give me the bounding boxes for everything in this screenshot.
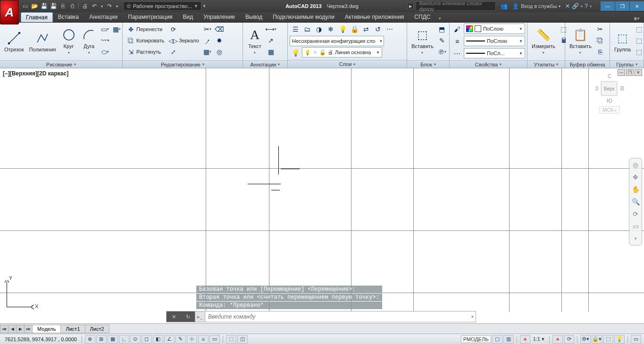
qat-saveas-icon[interactable]: 💾 — [49, 2, 58, 10]
explode-icon[interactable]: ✸ — [214, 35, 225, 46]
leader-icon[interactable]: ↗ — [265, 35, 276, 46]
coords-readout[interactable]: 7621.5289, 9974.3917 , 0.0000 — [3, 336, 79, 342]
panel-props-title[interactable]: Свойства▾ — [450, 60, 527, 68]
status-annoscale-icon[interactable]: 🔺 — [520, 335, 530, 344]
viewcube-south[interactable]: Ю — [607, 98, 612, 104]
exchange-icon[interactable]: ✕ — [565, 3, 570, 9]
qat-more-icon[interactable]: ▼ — [202, 4, 207, 8]
tab-nav-first-icon[interactable]: ⏮ — [0, 325, 8, 333]
status-isolate-icon[interactable]: 💡 — [614, 335, 625, 344]
copy-button[interactable]: ⿻Копировать — [125, 35, 167, 46]
panel-modify-title[interactable]: Редактирование▾ — [123, 60, 243, 68]
layer-bulb-icon[interactable]: 💡 — [290, 47, 301, 58]
nav-show-icon[interactable]: ▭ — [631, 221, 640, 231]
tab-nav-last-icon[interactable]: ⏭ — [24, 325, 33, 333]
status-space[interactable]: РМОДЕЛЬ — [461, 336, 491, 343]
tab-plugins[interactable]: Подключаемые модули — [268, 12, 340, 22]
infocenter-play-icon[interactable]: ▶ — [407, 3, 414, 9]
status-snap-icon[interactable]: ⊞ — [96, 335, 107, 344]
status-clean-icon[interactable]: ▭ — [631, 335, 641, 344]
insert-block-button[interactable]: ⬚ Вставить▾ — [409, 24, 436, 59]
status-qv-icon[interactable]: ▥ — [503, 335, 514, 344]
create-block-icon[interactable]: ⬒ — [436, 24, 448, 35]
layer-combo[interactable]: 💡☀🔓🖨 Линия основна▼ — [302, 47, 382, 57]
cli-handle[interactable]: ✕ ↻ — [167, 311, 195, 322]
viewport-label[interactable]: [–][Верхняя][2D каркас] — [3, 70, 68, 77]
rectangle-icon[interactable]: ▭▾ — [100, 24, 111, 35]
cli-prompt-icon[interactable]: ▸_ — [195, 311, 205, 322]
ribbon-minimize-icon[interactable]: ◉▾ — [632, 15, 641, 22]
command-input[interactable] — [205, 311, 469, 322]
layer-iso-icon[interactable]: ◑ — [313, 24, 325, 35]
layer-match-icon[interactable]: ⇄ — [360, 24, 372, 35]
arc-button[interactable]: Дуга▾ — [79, 24, 99, 59]
status-layout-icon[interactable]: ▢ — [492, 335, 502, 344]
viewcube-east[interactable]: В — [620, 85, 624, 92]
cut-icon[interactable]: ✂ — [594, 24, 606, 35]
tab-parametric[interactable]: Параметризация — [123, 12, 177, 22]
status-sc-icon[interactable]: ◫ — [237, 335, 248, 344]
viewcube-wcs[interactable]: МСК ▾ — [599, 106, 620, 114]
qat-redo-dd-icon[interactable]: ▾ — [115, 2, 119, 10]
status-polar-icon[interactable]: ⊙ — [130, 335, 141, 344]
spline-icon[interactable]: 〰▾ — [100, 35, 111, 46]
fillet-icon[interactable]: ◞▾ — [202, 35, 213, 46]
tab-online[interactable]: Активные приложения — [340, 12, 409, 22]
tab-home[interactable]: Главная — [21, 12, 53, 22]
text-button[interactable]: A Текст▾ — [245, 24, 265, 59]
viewcube-top-face[interactable]: Верх — [601, 82, 617, 96]
window-close-icon[interactable]: ✕ — [630, 1, 644, 11]
dimension-icon[interactable]: ⟷▾ — [265, 24, 276, 35]
move-button[interactable]: ✥Перенести — [125, 24, 167, 35]
tab-manage[interactable]: Управление — [198, 12, 240, 22]
layer-freeze-icon[interactable]: ❄ — [325, 24, 336, 35]
erase-icon[interactable]: ⌫ — [214, 24, 225, 35]
panel-utils-title[interactable]: Утилиты▾ — [527, 60, 565, 68]
app-menu-logo[interactable]: A — [0, 0, 19, 25]
status-otrack-icon[interactable]: ∠ — [164, 335, 175, 344]
viewcube-west[interactable]: З — [595, 85, 599, 92]
array-icon[interactable]: ▦▾ — [202, 46, 213, 57]
layer-states-icon[interactable]: 🗂 — [301, 24, 313, 35]
group-button[interactable]: ⬚ Группа — [612, 24, 633, 59]
tab-nav-next-icon[interactable]: ▶ — [16, 325, 25, 333]
drawing-area[interactable]: [–][Верхняя][2D каркас] — ❐ ✕ X Y С З Ве… — [0, 68, 644, 334]
status-annovis-icon[interactable]: 🔺 — [552, 335, 563, 344]
tabs-dropdown-icon[interactable]: ▾ — [437, 15, 443, 22]
sign-in[interactable]: 👤 Вход в службы ▾ — [512, 3, 560, 9]
polyline-button[interactable]: Полилиния — [26, 24, 58, 59]
tab-output[interactable]: Вывод — [240, 12, 268, 22]
panel-layers-title[interactable]: Слои▾ — [288, 60, 407, 68]
layout1-tab[interactable]: Лист1 — [60, 325, 85, 333]
status-lock-icon[interactable]: 🔒▾ — [592, 335, 602, 344]
layer-prop-icon[interactable]: ☰ — [290, 24, 301, 35]
qat-undo-dd-icon[interactable]: ▾ — [100, 2, 104, 10]
status-hardware-icon[interactable]: ⬚ — [603, 335, 613, 344]
tab-annotate[interactable]: Аннотации — [84, 12, 123, 22]
offset-icon[interactable]: ◎ — [214, 46, 225, 57]
qat-open-icon[interactable]: 📂 — [30, 2, 39, 10]
trim-icon[interactable]: ✂▾ — [202, 24, 213, 35]
match-icon[interactable]: ⎘ — [594, 46, 606, 57]
block-attr-icon[interactable]: ℗▾ — [436, 46, 448, 57]
table-icon[interactable]: ▦ — [265, 46, 276, 57]
group-edit-icon[interactable]: ⬚ — [634, 35, 644, 46]
cli-close-icon[interactable]: ✕ — [172, 314, 176, 320]
ucs-icon[interactable]: X Y — [7, 279, 35, 307]
layer-more-icon[interactable]: ⋯ — [384, 24, 395, 35]
qat-save-icon[interactable]: 💾 — [40, 2, 48, 10]
workspace-switcher[interactable]: ⚙ Рабочее пространство... ▼ — [123, 1, 201, 11]
status-qp-icon[interactable]: ⬚ — [226, 335, 236, 344]
layer-prev-icon[interactable]: ↺ — [372, 24, 384, 35]
status-dyn-icon[interactable]: ⊹ — [187, 335, 197, 344]
lineweight-combo[interactable]: ПоСлою▼ — [464, 36, 525, 46]
tab-spds[interactable]: СПДС — [409, 12, 435, 22]
stretch-button[interactable]: ⇲Растянуть — [125, 46, 167, 57]
status-infer-icon[interactable]: ⊕ — [85, 335, 95, 344]
scale-button[interactable]: ⤢ — [167, 46, 201, 57]
tab-view[interactable]: Вид — [178, 12, 199, 22]
group-bbox-icon[interactable]: ⬚ — [634, 46, 644, 57]
nav-wheel-icon[interactable]: ✥ — [631, 172, 640, 182]
qat-print-icon[interactable]: 🖨 — [81, 2, 89, 10]
qat-new-icon[interactable]: ▭ — [21, 2, 29, 10]
